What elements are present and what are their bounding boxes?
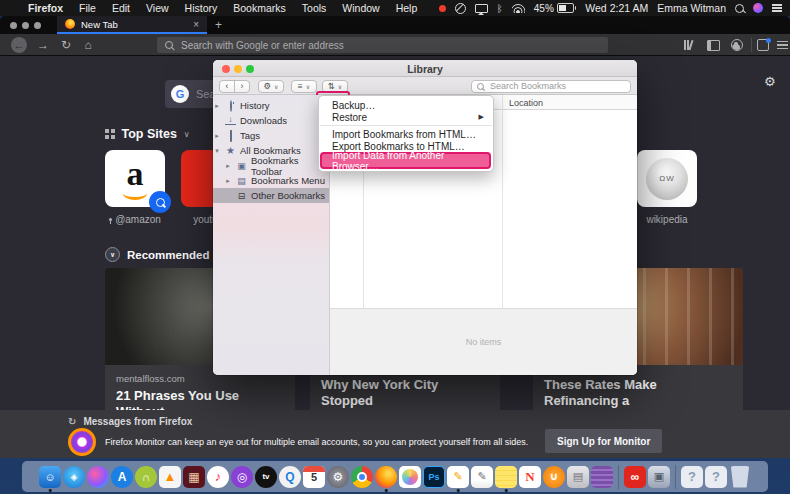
top-site-tile-wikipedia[interactable]: ΩW [637, 150, 697, 207]
app-store-dock-icon[interactable]: A [111, 466, 133, 488]
news-dock-icon[interactable]: N [519, 466, 541, 488]
recording-indicator-icon[interactable] [439, 5, 446, 12]
column-divider[interactable] [502, 95, 503, 308]
photo-booth-dock-icon[interactable]: ▦ [183, 466, 205, 488]
library-sidebar: ▸ History ↓ Downloads ▸ Tags ▾ ★ All Boo… [213, 95, 330, 375]
back-button[interactable]: ‹ [219, 80, 235, 93]
safari-dock-icon[interactable]: ◈ [63, 466, 85, 488]
bluetooth-icon[interactable]: ᛒ [497, 3, 503, 14]
quicktime-dock-icon[interactable]: Q [279, 466, 301, 488]
sidebar-item-downloads[interactable]: ↓ Downloads [213, 113, 329, 128]
calendar-dock-icon[interactable]: 5 [303, 466, 325, 488]
views-button[interactable]: ≡∨ [291, 80, 317, 93]
do-not-disturb-icon[interactable] [455, 3, 466, 14]
top-sites-header[interactable]: Top Sites ∨ [105, 127, 190, 141]
forward-button[interactable]: → [34, 34, 52, 56]
pages-dock-icon[interactable]: ✎ [447, 466, 469, 488]
menu-item-restore[interactable]: Restore ▶ [319, 111, 493, 123]
window-zoom-button[interactable] [34, 22, 41, 29]
forward-button[interactable]: › [234, 80, 250, 93]
menu-bar-clock[interactable]: Wed 2:21 AM [585, 2, 648, 14]
wifi-icon[interactable] [512, 4, 525, 13]
menu-edit[interactable]: Edit [112, 2, 130, 14]
image-capture-dock-icon[interactable]: ▣ [648, 466, 670, 488]
app-menu-button[interactable] [774, 34, 790, 56]
vlc-dock-icon[interactable]: ▲ [159, 466, 181, 488]
chevron-down-icon: ∨ [184, 130, 190, 139]
android-file-transfer-dock-icon[interactable]: ∩ [135, 466, 157, 488]
back-button[interactable]: ← [8, 34, 30, 56]
new-tab-button[interactable]: + [215, 18, 222, 32]
missing-app-dock-icon[interactable]: ? [681, 466, 703, 488]
account-button[interactable] [729, 34, 745, 56]
chrome-dock-icon[interactable] [351, 466, 373, 488]
podcasts-dock-icon[interactable]: ◎ [231, 466, 253, 488]
menu-item-import-html[interactable]: Import Bookmarks from HTML… [319, 128, 493, 140]
disclosure-icon[interactable]: ▸ [213, 102, 221, 110]
tab-new-tab[interactable]: New Tab × [57, 16, 207, 34]
library-button[interactable] [680, 34, 696, 56]
menu-item-import-from-browser[interactable]: Import Data from Another Browser… [320, 152, 491, 169]
menu-bar-user[interactable]: Emma Witman [657, 2, 726, 14]
siri-icon[interactable] [753, 3, 763, 13]
pin-icon [109, 218, 112, 221]
organize-button[interactable]: ⚙∨ [258, 80, 284, 93]
downloads-icon: ↓ [225, 116, 236, 125]
bookmarks-search-field[interactable] [471, 80, 631, 93]
menu-view[interactable]: View [146, 2, 169, 14]
disclosure-icon[interactable]: ▾ [213, 147, 221, 155]
sidebar-item-history[interactable]: ▸ History [213, 98, 329, 113]
reload-button[interactable]: ↻ [58, 34, 74, 56]
sidebar-item-bookmarks-menu[interactable]: ▸ ▤ Bookmarks Menu [213, 173, 329, 188]
window-minimize-button[interactable] [22, 22, 29, 29]
menu-bookmarks[interactable]: Bookmarks [233, 2, 286, 14]
menu-item-backup[interactable]: Backup… [319, 99, 493, 111]
music-dock-icon[interactable]: ♪ [207, 466, 229, 488]
system-preferences-dock-icon[interactable]: ⚙ [327, 466, 349, 488]
sidebar-item-other-bookmarks[interactable]: ⊟ Other Bookmarks [213, 188, 329, 203]
stickies-dock-icon[interactable] [495, 466, 517, 488]
menu-tools[interactable]: Tools [302, 2, 327, 14]
sidebar-toggle-button[interactable] [705, 34, 721, 56]
creative-cloud-dock-icon[interactable]: ∞ [624, 466, 646, 488]
tab-close-icon[interactable]: × [193, 19, 199, 30]
trash-dock-icon[interactable] [729, 466, 751, 488]
disclosure-icon[interactable]: ▸ [224, 177, 232, 185]
menu-file[interactable]: File [79, 2, 96, 14]
disclosure-icon[interactable]: ▸ [224, 162, 232, 170]
siri-dock-icon[interactable] [87, 466, 109, 488]
disclosure-icon[interactable]: ▸ [213, 132, 221, 140]
menu-help[interactable]: Help [396, 2, 418, 14]
extensions-button[interactable] [755, 34, 771, 56]
notification-center-icon[interactable] [772, 4, 782, 11]
star-icon: ★ [225, 145, 236, 156]
missing-app-2-dock-icon[interactable]: ? [705, 466, 727, 488]
column-header-location[interactable]: Location [509, 98, 543, 108]
sign-up-for-monitor-button[interactable]: Sign Up for Monitor [545, 429, 662, 453]
sidebar-item-bookmarks-toolbar[interactable]: ▸ ▣ Bookmarks Toolbar [213, 158, 329, 173]
window-close-button[interactable] [10, 22, 17, 29]
photoshop-dock-icon[interactable]: Ps [423, 466, 445, 488]
finder-dock-icon[interactable]: ☺ [39, 466, 61, 488]
menu-window[interactable]: Window [342, 2, 379, 14]
notes-dock-icon[interactable]: ▤ [567, 466, 589, 488]
sidebar-item-tags[interactable]: ▸ Tags [213, 128, 329, 143]
menu-history[interactable]: History [185, 2, 218, 14]
search-bookmarks-input[interactable] [488, 80, 625, 92]
home-button[interactable]: ⌂ [80, 34, 96, 56]
top-site-tile-amazon[interactable]: a [105, 150, 165, 207]
newtab-settings-gear-icon[interactable]: ⚙ [764, 74, 776, 89]
textedit-dock-icon[interactable]: ✎ [471, 466, 493, 488]
menu-firefox[interactable]: Firefox [28, 2, 63, 14]
url-input[interactable] [179, 39, 600, 52]
battery-indicator[interactable]: 45% [534, 3, 577, 14]
itunes-library-dock-icon[interactable] [591, 466, 613, 488]
firefox-dock-icon[interactable] [375, 466, 397, 488]
books-dock-icon[interactable]: ∪ [543, 466, 565, 488]
apple-tv-dock-icon[interactable]: tv [255, 466, 277, 488]
screen-mirroring-icon[interactable] [475, 4, 488, 13]
library-title-bar[interactable]: Library [213, 60, 637, 77]
photos-dock-icon[interactable] [399, 466, 421, 488]
url-bar[interactable] [157, 37, 608, 53]
spotlight-search-icon[interactable] [735, 4, 744, 13]
